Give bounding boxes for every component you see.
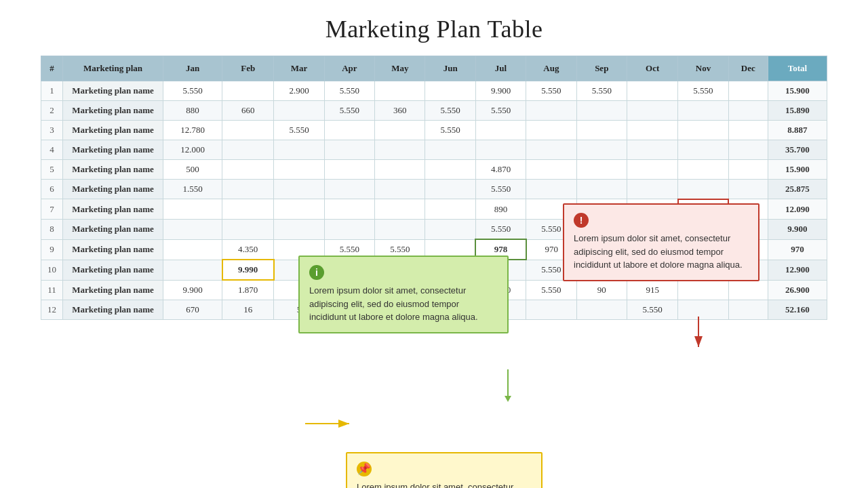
cell-num: 12 (41, 300, 63, 320)
cell-oct (627, 81, 677, 101)
cell-dec (728, 101, 768, 121)
cell-apr: 5.550 (324, 101, 374, 121)
table-wrapper: #Marketing planJanFebMarAprMayJunJulAugS… (41, 56, 827, 320)
arrow-yellow-svg (305, 413, 359, 434)
cell-name: Marketing plan name (63, 220, 163, 240)
cell-nov (678, 140, 728, 160)
cell-jun (425, 160, 475, 180)
cell-dec (728, 180, 768, 199)
cell-mar (274, 199, 324, 220)
cell-feb (222, 81, 274, 101)
cell-apr (324, 199, 374, 220)
cell-jun: 5.550 (425, 101, 475, 121)
table-row: 3Marketing plan name12.7805.5505.5508.88… (41, 121, 827, 140)
cell-jan: 670 (163, 300, 222, 320)
cell-apr (324, 220, 374, 240)
cell-nov (678, 160, 728, 180)
cell-num: 5 (41, 160, 63, 180)
cell-apr (324, 140, 374, 160)
cell-num: 8 (41, 220, 63, 240)
col-header-feb: Feb (222, 56, 274, 81)
cell-name: Marketing plan name (63, 140, 163, 160)
cell-jul: 9.900 (475, 81, 526, 101)
tooltip-red: ! Lorem ipsum dolor sit amet, consectetu… (563, 203, 760, 281)
cell-name: Marketing plan name (63, 121, 163, 140)
cell-total: 15.900 (768, 160, 827, 180)
cell-num: 10 (41, 260, 63, 280)
cell-name: Marketing plan name (63, 239, 163, 260)
cell-dec (728, 280, 768, 300)
col-header-jul: Jul (475, 56, 526, 81)
cell-sep: 5.550 (576, 81, 627, 101)
cell-name: Marketing plan name (63, 199, 163, 220)
cell-oct (627, 101, 677, 121)
cell-jun (425, 180, 475, 199)
cell-sep: 90 (576, 280, 627, 300)
table-row: 2Marketing plan name8806605.5503605.5505… (41, 101, 827, 121)
cell-nov (678, 180, 728, 199)
cell-num: 6 (41, 180, 63, 199)
cell-jan (163, 239, 222, 260)
cell-jul: 5.550 (475, 180, 526, 199)
cell-oct (627, 140, 677, 160)
cell-sep (576, 101, 627, 121)
col-header-jun: Jun (425, 56, 475, 81)
cell-oct (627, 180, 677, 199)
cell-name: Marketing plan name (63, 81, 163, 101)
cell-jan (163, 199, 222, 220)
pin-icon: 📌 (357, 462, 372, 476)
cell-feb (222, 199, 274, 220)
cell-may (375, 180, 425, 199)
cell-jan: 1.550 (163, 180, 222, 199)
cell-name: Marketing plan name (63, 160, 163, 180)
cell-aug (526, 101, 576, 121)
col-header-oct: Oct (627, 56, 677, 81)
cell-sep (576, 121, 627, 140)
cell-sep (576, 140, 627, 160)
cell-feb (222, 121, 274, 140)
cell-num: 9 (41, 239, 63, 260)
cell-name: Marketing plan name (63, 101, 163, 121)
cell-may (375, 140, 425, 160)
cell-may (375, 81, 425, 101)
cell-sep (576, 180, 627, 199)
cell-dec (728, 140, 768, 160)
cell-total: 12.900 (768, 260, 827, 280)
table-row: 6Marketing plan name1.5505.55025.875 (41, 180, 827, 199)
table-row: 1Marketing plan name5.5502.9005.5509.900… (41, 81, 827, 101)
cell-jul: 890 (475, 199, 526, 220)
cell-total: 15.900 (768, 81, 827, 101)
cell-aug (526, 140, 576, 160)
cell-num: 3 (41, 121, 63, 140)
arrow-green (507, 369, 509, 396)
col-header-sep: Sep (576, 56, 627, 81)
cell-dec (728, 81, 768, 101)
cell-feb: 4.350 (222, 239, 274, 260)
tooltip-green: i Lorem ipsum dolor sit amet, consectetu… (298, 256, 509, 333)
cell-sep (576, 160, 627, 180)
cell-mar (274, 180, 324, 199)
cell-jun (425, 81, 475, 101)
cell-aug (526, 121, 576, 140)
cell-feb: 660 (222, 101, 274, 121)
cell-num: 1 (41, 81, 63, 101)
cell-apr: 5.550 (324, 81, 374, 101)
cell-dec (728, 300, 768, 320)
cell-oct: 915 (627, 280, 677, 300)
tooltip-yellow: 📌 Lorem ipsum dolor sit amet, consectetu… (346, 452, 542, 488)
cell-name: Marketing plan name (63, 280, 163, 300)
info-icon: i (309, 265, 324, 280)
cell-name: Marketing plan name (63, 260, 163, 280)
cell-oct: 5.550 (627, 300, 677, 320)
cell-may: 360 (375, 101, 425, 121)
error-icon: ! (574, 213, 589, 228)
cell-jan (163, 220, 222, 240)
cell-jan: 5.550 (163, 81, 222, 101)
cell-num: 2 (41, 101, 63, 121)
cell-num: 11 (41, 280, 63, 300)
cell-feb: 16 (222, 300, 274, 320)
cell-mar (274, 160, 324, 180)
cell-jul: 4.870 (475, 160, 526, 180)
col-header-nov: Nov (678, 56, 728, 81)
cell-total: 9.900 (768, 220, 827, 240)
